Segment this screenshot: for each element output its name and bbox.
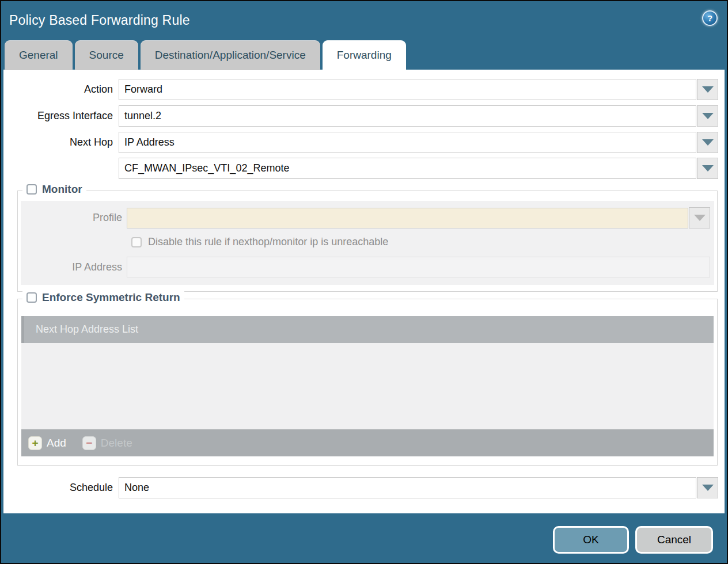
tab-source[interactable]: Source (75, 40, 138, 70)
action-select[interactable]: Forward (119, 79, 696, 100)
title-bar: Policy Based Forwarding Rule ? (1, 1, 727, 39)
chevron-down-icon (702, 485, 714, 491)
next-hop-address-list-body[interactable] (21, 343, 714, 429)
cancel-button[interactable]: Cancel (635, 526, 713, 554)
monitor-ip-address-input (127, 257, 710, 277)
monitor-legend-label: Monitor (42, 183, 82, 196)
disable-rule-row: Disable this rule if nexthop/monitor ip … (131, 236, 714, 248)
disable-rule-checkbox (131, 237, 142, 247)
disable-rule-label: Disable this rule if nexthop/monitor ip … (148, 236, 388, 248)
next-hop-address-select[interactable]: CF_MWAN_IPsec_VTI_02_Remote (119, 158, 696, 179)
help-icon[interactable]: ? (702, 10, 718, 26)
chevron-down-icon (702, 113, 714, 119)
profile-label: Profile (21, 212, 127, 224)
delete-button-label: Delete (101, 437, 132, 449)
schedule-select[interactable]: None (119, 477, 696, 498)
next-hop-address-list-table: Next Hop Address List + Add − Delete (21, 316, 714, 456)
next-hop-row: Next Hop IP Address (3, 132, 718, 153)
tab-forwarding[interactable]: Forwarding (323, 40, 406, 70)
add-button[interactable]: + Add (28, 436, 66, 450)
egress-interface-select[interactable]: tunnel.2 (119, 105, 696, 127)
egress-interface-row: Egress Interface tunnel.2 (3, 105, 718, 127)
ok-button[interactable]: OK (553, 526, 629, 554)
next-hop-type-select[interactable]: IP Address (119, 132, 696, 153)
schedule-dropdown-button[interactable] (697, 477, 718, 498)
tab-destination-application-service[interactable]: Destination/Application/Service (141, 40, 320, 70)
chevron-down-icon (702, 165, 714, 172)
egress-interface-dropdown-button[interactable] (697, 105, 718, 127)
next-hop-address-list-toolbar: + Add − Delete (21, 429, 714, 456)
tab-bar: General Source Destination/Application/S… (5, 40, 406, 70)
action-label: Action (3, 83, 119, 96)
chevron-down-icon (702, 139, 714, 146)
minus-icon: − (82, 436, 96, 450)
enforce-symmetric-return-legend: Enforce Symmetric Return (22, 291, 184, 304)
profile-row: Profile (21, 207, 710, 228)
pbf-rule-dialog: Policy Based Forwarding Rule ? General S… (0, 0, 728, 564)
enforce-symmetric-return-checkbox[interactable] (26, 292, 37, 303)
dialog-title: Policy Based Forwarding Rule (9, 13, 190, 28)
egress-interface-label: Egress Interface (3, 110, 119, 122)
next-hop-type-dropdown-button[interactable] (697, 132, 718, 153)
monitor-ip-address-row: IP Address (21, 257, 710, 277)
chevron-down-icon (702, 86, 714, 93)
tab-general[interactable]: General (5, 40, 73, 70)
action-row: Action Forward (3, 79, 718, 100)
action-dropdown-button[interactable] (697, 79, 718, 100)
enforce-symmetric-return-section: Enforce Symmetric Return Next Hop Addres… (17, 299, 718, 466)
monitor-checkbox[interactable] (26, 184, 37, 195)
next-hop-address-list-header: Next Hop Address List (21, 316, 714, 343)
enforce-symmetric-return-legend-label: Enforce Symmetric Return (42, 291, 180, 304)
monitor-legend: Monitor (22, 183, 86, 196)
schedule-row: Schedule None (3, 477, 718, 498)
monitor-panel: Profile Disable this rule if nexthop/mon… (21, 201, 714, 285)
forwarding-tab-panel: Action Forward Egress Interface tunnel.2… (3, 70, 725, 513)
plus-icon: + (28, 436, 42, 450)
monitor-section: Monitor Profile Disable this rule if nex… (17, 190, 718, 292)
delete-button: − Delete (82, 436, 132, 450)
next-hop-address-row: CF_MWAN_IPsec_VTI_02_Remote (3, 158, 718, 179)
profile-select (127, 208, 688, 228)
chevron-down-icon (694, 215, 706, 221)
add-button-label: Add (47, 437, 66, 449)
profile-dropdown-button (689, 207, 710, 228)
monitor-ip-address-label: IP Address (21, 261, 127, 273)
schedule-label: Schedule (3, 482, 119, 494)
next-hop-label: Next Hop (3, 136, 119, 148)
next-hop-address-dropdown-button[interactable] (697, 158, 718, 179)
